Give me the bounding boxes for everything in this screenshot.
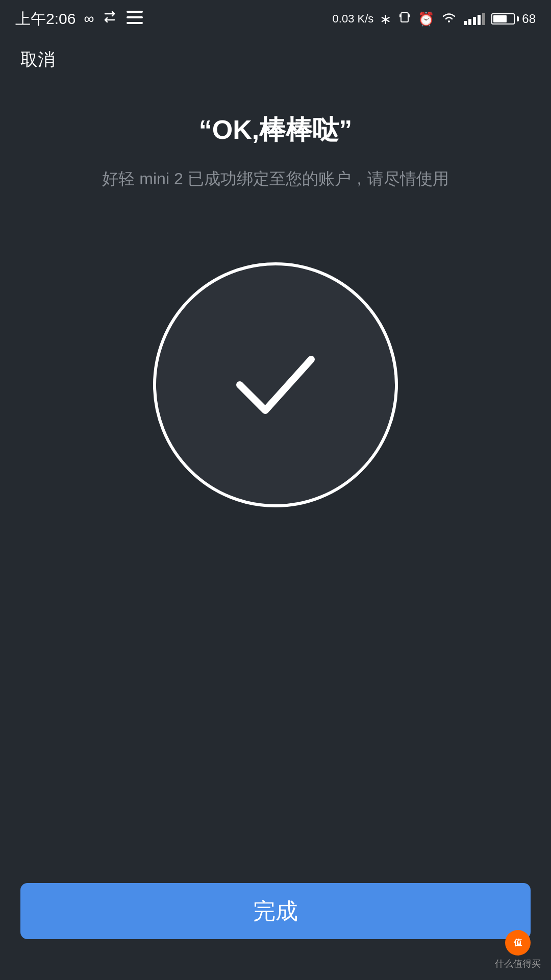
svg-rect-3 bbox=[401, 13, 408, 22]
status-bar: 上午2:06 ∞ 0.03 K/s ∗ ⏰ bbox=[0, 0, 551, 38]
battery-percent: 68 bbox=[522, 12, 536, 26]
svg-rect-4 bbox=[399, 14, 400, 17]
status-time: 上午2:06 bbox=[15, 9, 76, 30]
svg-rect-0 bbox=[127, 11, 143, 13]
alarm-icon: ⏰ bbox=[418, 11, 434, 27]
bottom-area: 完成 bbox=[20, 883, 531, 939]
cancel-button[interactable]: 取消 bbox=[20, 48, 55, 71]
main-content: “OK,棒棒哒” 好轻 mini 2 已成功绑定至您的账户，请尽情使用 bbox=[0, 82, 551, 507]
battery: 68 bbox=[491, 12, 536, 26]
status-left: 上午2:06 ∞ bbox=[15, 9, 143, 30]
signal-bars bbox=[464, 13, 485, 25]
watermark: 值 什么值得买 bbox=[495, 930, 541, 970]
watermark-text: 值 bbox=[514, 938, 522, 948]
watermark-icon: 值 bbox=[505, 930, 531, 955]
subtitle-text: 好轻 mini 2 已成功绑定至您的账户，请尽情使用 bbox=[102, 166, 448, 191]
done-button[interactable]: 完成 bbox=[20, 883, 531, 939]
nav-bar: 取消 bbox=[0, 38, 551, 82]
svg-rect-1 bbox=[127, 16, 143, 18]
page-title: “OK,棒棒哒” bbox=[199, 112, 352, 148]
svg-rect-2 bbox=[127, 22, 143, 24]
menu-icon bbox=[127, 11, 143, 27]
vibrate-icon bbox=[397, 10, 412, 28]
wifi-icon bbox=[440, 10, 458, 28]
success-circle-container bbox=[153, 262, 398, 507]
speed-text: 0.03 K/s bbox=[333, 12, 374, 26]
status-right: 0.03 K/s ∗ ⏰ bbox=[333, 10, 536, 28]
transfer-icon bbox=[101, 9, 118, 29]
bluetooth-icon: ∗ bbox=[380, 11, 391, 28]
svg-rect-5 bbox=[409, 14, 410, 17]
watermark-label: 什么值得买 bbox=[495, 958, 541, 970]
infinity-icon: ∞ bbox=[84, 11, 93, 27]
check-circle bbox=[153, 262, 398, 507]
checkmark-icon bbox=[230, 349, 321, 421]
